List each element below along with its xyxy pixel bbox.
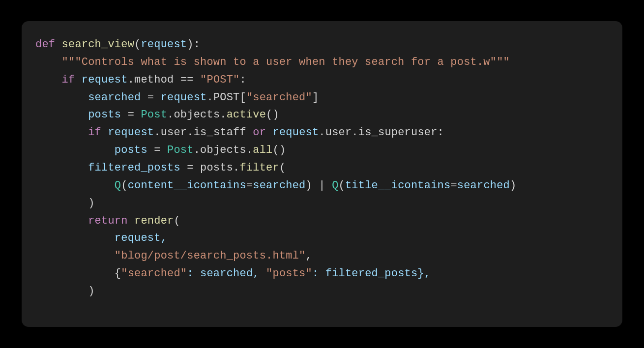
token-pn [35,74,62,86]
token-op: = [128,109,141,121]
token-cls: Post [141,109,167,121]
token-pn: ) [510,179,516,192]
token-par: request [161,91,207,104]
token-kw: if [88,126,108,139]
token-pn: ( [121,179,127,192]
token-par: searched [35,91,147,104]
token-str: """Controls what is shown to a user when… [62,56,510,68]
token-par: searched [253,179,305,192]
code-block: def search_view(request): """Controls wh… [35,36,609,300]
token-pn [35,56,62,68]
token-pn: () [273,144,286,156]
code-snippet-container: def search_view(request): """Controls wh… [22,21,622,327]
token-op: == [180,74,200,86]
token-op: = [154,144,167,156]
token-par: request, [35,232,167,244]
token-fn: all [253,144,272,156]
token-str: "searched" [121,267,187,280]
token-pn: ) [35,285,95,297]
token-par: request [273,126,319,139]
token-par: filtered_posts [35,162,187,174]
token-par: : filtered_posts}, [312,267,431,280]
token-par: title__icontains [345,179,450,192]
token-pn [35,179,115,192]
token-pn: : [240,74,246,86]
token-kw: def [35,38,62,51]
token-prop: .objects. [167,109,227,121]
token-fn: search_view [62,38,134,51]
token-op: = [246,179,253,192]
token-pn: ( [174,215,180,227]
token-pn: ) | [306,179,332,192]
token-cls: Post [167,144,194,156]
token-pn [35,250,115,262]
token-op: = [450,179,457,192]
token-pn: ( [339,179,345,192]
token-str: "blog/post/search_posts.html" [115,250,306,262]
token-fn: filter [239,162,279,174]
token-pn: { [35,267,121,280]
token-str: "posts" [266,267,312,280]
token-prop: .method [128,74,180,86]
token-pn: () [266,109,279,121]
token-op: = [187,162,200,174]
token-kw: return [88,215,134,227]
token-prop: .user.is_superuser: [319,126,444,139]
token-par: posts [35,109,128,121]
token-str: "POST" [200,74,239,86]
token-fn: render [134,215,174,227]
token-cls: Q [332,179,338,192]
token-pn [35,126,88,139]
token-par: request [141,38,187,51]
token-pn: ] [312,91,319,104]
token-str: "searched" [246,91,312,104]
token-kw: or [253,126,272,139]
token-kw: if [62,74,82,86]
token-cls: Q [115,179,121,192]
token-pn: ): [187,38,200,51]
token-par: : searched, [187,267,266,280]
token-par: searched [457,179,510,192]
token-prop: .POST[ [206,91,246,104]
token-par: posts [35,144,154,156]
token-prop: .objects. [194,144,253,156]
token-par: request [82,74,128,86]
token-pn: , [306,250,312,262]
token-op: = [147,91,161,104]
token-par: content__icontains [128,179,246,192]
token-pn: ( [134,38,141,51]
token-prop: .user.is_staff [154,126,253,139]
token-pn: ( [279,162,286,174]
token-pn [35,215,88,227]
token-par: request [108,126,154,139]
token-fn: active [227,109,266,121]
token-pn: ) [35,197,95,209]
token-prop: posts. [200,162,239,174]
